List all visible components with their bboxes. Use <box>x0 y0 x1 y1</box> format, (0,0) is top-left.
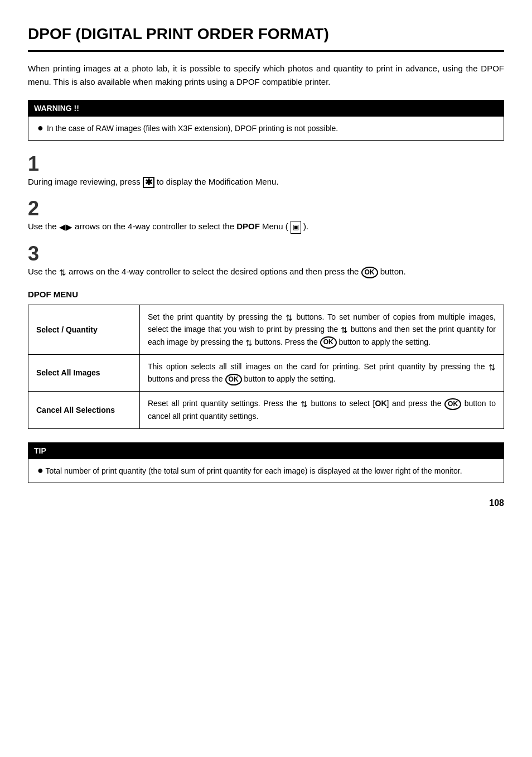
asterisk-icon: ✱ <box>143 177 154 188</box>
dpof-menu-icon: ▣ <box>291 221 301 234</box>
updown-icon-2: ⇅ <box>286 314 293 322</box>
updown-icon-1: ⇅ <box>59 268 66 277</box>
step-2-mid: arrows on the 4-way controller to select… <box>75 221 234 231</box>
step-3-pre: Use the <box>28 267 57 276</box>
intro-text: When printing images at a photo lab, it … <box>28 62 504 89</box>
ok-text: OK <box>375 399 387 408</box>
dpof-label-1: Select / Quantity <box>28 305 140 354</box>
step-3-text: Use the ⇅ arrows on the 4-way controller… <box>28 265 504 278</box>
dpof-desc-3: Reset all print quantity settings. Press… <box>140 392 504 428</box>
tip-item: ● Total number of print quantity (the to… <box>37 465 495 477</box>
step-1-pre: During image reviewing, press <box>28 177 141 186</box>
tip-bullet-dot: ● <box>37 465 43 476</box>
page-title: DPOF (DIGITAL PRINT ORDER FORMAT) <box>28 22 504 52</box>
ok-icon-1: OK <box>361 267 378 279</box>
dpof-menu-label: DPOF MENU <box>28 288 504 301</box>
tip-box: TIP ● Total number of print quantity (th… <box>28 442 504 483</box>
table-row: Select All Images This option selects al… <box>28 354 504 391</box>
ok-icon-4: OK <box>444 398 461 411</box>
tip-content: ● Total number of print quantity (the to… <box>28 459 504 483</box>
step-3-mid: arrows on the 4-way controller to select… <box>69 267 359 276</box>
updown-icon-5: ⇅ <box>489 363 496 372</box>
tip-header: TIP <box>28 443 504 459</box>
dpof-desc-1: Set the print quantity by pressing the ⇅… <box>140 305 504 354</box>
step-2-block: 2 Use the ◀▶ arrows on the 4-way control… <box>28 199 504 234</box>
step-2-text: Use the ◀▶ arrows on the 4-way controlle… <box>28 220 504 234</box>
ok-icon-3: OK <box>225 374 242 386</box>
step-1-text: During image reviewing, press ✱ to displ… <box>28 175 504 189</box>
bullet-dot: ● <box>37 122 43 134</box>
step-1-block: 1 During image reviewing, press ✱ to dis… <box>28 154 504 189</box>
updown-icon-4: ⇅ <box>245 339 253 347</box>
warning-content: ● In the case of RAW images (files with … <box>28 117 504 140</box>
dpof-desc-2: This option selects all still images on … <box>140 354 504 391</box>
step-2-pre: Use the <box>28 221 57 231</box>
step-1-number: 1 <box>28 154 504 174</box>
warning-box: WARNING !! ● In the case of RAW images (… <box>28 100 504 141</box>
table-row: Select / Quantity Set the print quantity… <box>28 305 504 354</box>
updown-icon-6: ⇅ <box>301 400 308 408</box>
page-number: 108 <box>28 496 504 510</box>
tip-text: Total number of print quantity (the tota… <box>46 466 462 475</box>
step-2-bold: DPOF <box>236 221 260 231</box>
arrow-lr-icon: ◀▶ <box>59 220 72 234</box>
table-row: Cancel All Selections Reset all print qu… <box>28 392 504 428</box>
ok-icon-2: OK <box>320 336 337 349</box>
step-2-close: ). <box>303 221 308 231</box>
step-3-block: 3 Use the ⇅ arrows on the 4-way controll… <box>28 244 504 278</box>
step-2-number: 2 <box>28 199 504 219</box>
step-1-post: to display the Modification Menu. <box>157 177 278 186</box>
dpof-label-3: Cancel All Selections <box>28 392 140 428</box>
updown-icon-3: ⇅ <box>341 326 348 334</box>
warning-header: WARNING !! <box>28 100 504 117</box>
step-3-post: button. <box>380 267 406 276</box>
dpof-table: Select / Quantity Set the print quantity… <box>28 305 504 429</box>
step-3-number: 3 <box>28 244 504 264</box>
step-2-post: Menu ( <box>262 221 288 231</box>
dpof-label-2: Select All Images <box>28 354 140 391</box>
warning-item: ● In the case of RAW images (files with … <box>37 122 495 134</box>
warning-text: In the case of RAW images (files with X3… <box>47 122 338 134</box>
